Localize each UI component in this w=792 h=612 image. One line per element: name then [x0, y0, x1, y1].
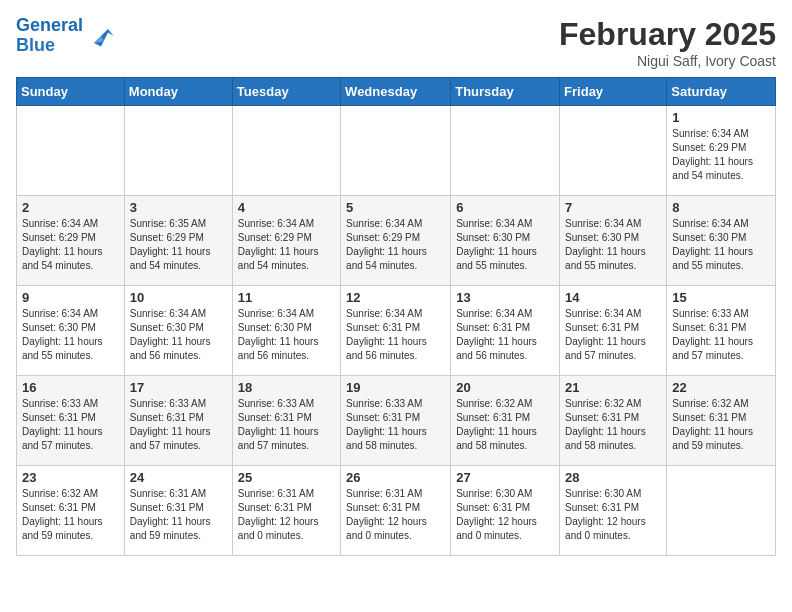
logo-text: General Blue	[16, 16, 83, 56]
calendar-cell	[341, 106, 451, 196]
calendar-cell	[124, 106, 232, 196]
day-number: 4	[238, 200, 335, 215]
day-info: Sunrise: 6:34 AM Sunset: 6:29 PM Dayligh…	[238, 217, 335, 273]
weekday-header-sunday: Sunday	[17, 78, 125, 106]
weekday-header-thursday: Thursday	[451, 78, 560, 106]
logo-icon	[87, 22, 115, 50]
calendar-cell: 1Sunrise: 6:34 AM Sunset: 6:29 PM Daylig…	[667, 106, 776, 196]
calendar-cell: 7Sunrise: 6:34 AM Sunset: 6:30 PM Daylig…	[560, 196, 667, 286]
day-number: 27	[456, 470, 554, 485]
calendar-cell: 17Sunrise: 6:33 AM Sunset: 6:31 PM Dayli…	[124, 376, 232, 466]
day-number: 21	[565, 380, 661, 395]
weekday-header-friday: Friday	[560, 78, 667, 106]
day-number: 11	[238, 290, 335, 305]
day-number: 13	[456, 290, 554, 305]
day-info: Sunrise: 6:32 AM Sunset: 6:31 PM Dayligh…	[672, 397, 770, 453]
day-info: Sunrise: 6:33 AM Sunset: 6:31 PM Dayligh…	[130, 397, 227, 453]
day-info: Sunrise: 6:33 AM Sunset: 6:31 PM Dayligh…	[672, 307, 770, 363]
calendar-cell: 4Sunrise: 6:34 AM Sunset: 6:29 PM Daylig…	[232, 196, 340, 286]
calendar-cell: 9Sunrise: 6:34 AM Sunset: 6:30 PM Daylig…	[17, 286, 125, 376]
day-number: 23	[22, 470, 119, 485]
day-info: Sunrise: 6:34 AM Sunset: 6:30 PM Dayligh…	[565, 217, 661, 273]
day-number: 9	[22, 290, 119, 305]
day-info: Sunrise: 6:31 AM Sunset: 6:31 PM Dayligh…	[346, 487, 445, 543]
day-number: 22	[672, 380, 770, 395]
calendar-cell: 21Sunrise: 6:32 AM Sunset: 6:31 PM Dayli…	[560, 376, 667, 466]
day-number: 24	[130, 470, 227, 485]
day-number: 1	[672, 110, 770, 125]
day-info: Sunrise: 6:32 AM Sunset: 6:31 PM Dayligh…	[22, 487, 119, 543]
calendar-cell: 27Sunrise: 6:30 AM Sunset: 6:31 PM Dayli…	[451, 466, 560, 556]
day-info: Sunrise: 6:34 AM Sunset: 6:30 PM Dayligh…	[672, 217, 770, 273]
week-row-4: 16Sunrise: 6:33 AM Sunset: 6:31 PM Dayli…	[17, 376, 776, 466]
day-number: 19	[346, 380, 445, 395]
day-number: 20	[456, 380, 554, 395]
day-info: Sunrise: 6:34 AM Sunset: 6:29 PM Dayligh…	[22, 217, 119, 273]
day-number: 7	[565, 200, 661, 215]
calendar-cell	[232, 106, 340, 196]
day-info: Sunrise: 6:34 AM Sunset: 6:31 PM Dayligh…	[346, 307, 445, 363]
logo: General Blue	[16, 16, 115, 56]
day-info: Sunrise: 6:30 AM Sunset: 6:31 PM Dayligh…	[456, 487, 554, 543]
day-info: Sunrise: 6:34 AM Sunset: 6:30 PM Dayligh…	[456, 217, 554, 273]
day-number: 10	[130, 290, 227, 305]
day-info: Sunrise: 6:32 AM Sunset: 6:31 PM Dayligh…	[456, 397, 554, 453]
logo-line1: General	[16, 15, 83, 35]
day-number: 25	[238, 470, 335, 485]
calendar-cell: 6Sunrise: 6:34 AM Sunset: 6:30 PM Daylig…	[451, 196, 560, 286]
day-info: Sunrise: 6:33 AM Sunset: 6:31 PM Dayligh…	[238, 397, 335, 453]
calendar-cell	[17, 106, 125, 196]
calendar-cell: 5Sunrise: 6:34 AM Sunset: 6:29 PM Daylig…	[341, 196, 451, 286]
calendar-cell: 14Sunrise: 6:34 AM Sunset: 6:31 PM Dayli…	[560, 286, 667, 376]
calendar-cell: 24Sunrise: 6:31 AM Sunset: 6:31 PM Dayli…	[124, 466, 232, 556]
calendar-cell: 18Sunrise: 6:33 AM Sunset: 6:31 PM Dayli…	[232, 376, 340, 466]
calendar-cell: 13Sunrise: 6:34 AM Sunset: 6:31 PM Dayli…	[451, 286, 560, 376]
day-info: Sunrise: 6:34 AM Sunset: 6:30 PM Dayligh…	[22, 307, 119, 363]
calendar-cell: 28Sunrise: 6:30 AM Sunset: 6:31 PM Dayli…	[560, 466, 667, 556]
logo-line2: Blue	[16, 35, 55, 55]
title-block: February 2025 Nigui Saff, Ivory Coast	[559, 16, 776, 69]
calendar-cell: 10Sunrise: 6:34 AM Sunset: 6:30 PM Dayli…	[124, 286, 232, 376]
weekday-header-row: SundayMondayTuesdayWednesdayThursdayFrid…	[17, 78, 776, 106]
day-number: 3	[130, 200, 227, 215]
week-row-3: 9Sunrise: 6:34 AM Sunset: 6:30 PM Daylig…	[17, 286, 776, 376]
day-number: 6	[456, 200, 554, 215]
calendar-cell: 19Sunrise: 6:33 AM Sunset: 6:31 PM Dayli…	[341, 376, 451, 466]
svg-marker-0	[94, 29, 114, 47]
calendar-cell	[667, 466, 776, 556]
day-info: Sunrise: 6:34 AM Sunset: 6:29 PM Dayligh…	[346, 217, 445, 273]
day-number: 15	[672, 290, 770, 305]
calendar-table: SundayMondayTuesdayWednesdayThursdayFrid…	[16, 77, 776, 556]
calendar-cell: 12Sunrise: 6:34 AM Sunset: 6:31 PM Dayli…	[341, 286, 451, 376]
week-row-5: 23Sunrise: 6:32 AM Sunset: 6:31 PM Dayli…	[17, 466, 776, 556]
day-info: Sunrise: 6:34 AM Sunset: 6:30 PM Dayligh…	[238, 307, 335, 363]
day-info: Sunrise: 6:35 AM Sunset: 6:29 PM Dayligh…	[130, 217, 227, 273]
day-number: 5	[346, 200, 445, 215]
day-info: Sunrise: 6:31 AM Sunset: 6:31 PM Dayligh…	[238, 487, 335, 543]
day-number: 18	[238, 380, 335, 395]
calendar-cell: 22Sunrise: 6:32 AM Sunset: 6:31 PM Dayli…	[667, 376, 776, 466]
calendar-cell: 8Sunrise: 6:34 AM Sunset: 6:30 PM Daylig…	[667, 196, 776, 286]
week-row-2: 2Sunrise: 6:34 AM Sunset: 6:29 PM Daylig…	[17, 196, 776, 286]
day-number: 14	[565, 290, 661, 305]
calendar-cell: 26Sunrise: 6:31 AM Sunset: 6:31 PM Dayli…	[341, 466, 451, 556]
weekday-header-wednesday: Wednesday	[341, 78, 451, 106]
day-info: Sunrise: 6:34 AM Sunset: 6:31 PM Dayligh…	[456, 307, 554, 363]
calendar-cell: 23Sunrise: 6:32 AM Sunset: 6:31 PM Dayli…	[17, 466, 125, 556]
calendar-cell: 3Sunrise: 6:35 AM Sunset: 6:29 PM Daylig…	[124, 196, 232, 286]
day-info: Sunrise: 6:31 AM Sunset: 6:31 PM Dayligh…	[130, 487, 227, 543]
calendar-cell: 20Sunrise: 6:32 AM Sunset: 6:31 PM Dayli…	[451, 376, 560, 466]
day-number: 16	[22, 380, 119, 395]
day-info: Sunrise: 6:34 AM Sunset: 6:31 PM Dayligh…	[565, 307, 661, 363]
calendar-cell	[451, 106, 560, 196]
calendar-cell: 2Sunrise: 6:34 AM Sunset: 6:29 PM Daylig…	[17, 196, 125, 286]
day-info: Sunrise: 6:32 AM Sunset: 6:31 PM Dayligh…	[565, 397, 661, 453]
page-header: General Blue February 2025 Nigui Saff, I…	[16, 16, 776, 69]
calendar-subtitle: Nigui Saff, Ivory Coast	[559, 53, 776, 69]
day-number: 2	[22, 200, 119, 215]
day-info: Sunrise: 6:30 AM Sunset: 6:31 PM Dayligh…	[565, 487, 661, 543]
weekday-header-tuesday: Tuesday	[232, 78, 340, 106]
day-info: Sunrise: 6:33 AM Sunset: 6:31 PM Dayligh…	[346, 397, 445, 453]
week-row-1: 1Sunrise: 6:34 AM Sunset: 6:29 PM Daylig…	[17, 106, 776, 196]
day-number: 28	[565, 470, 661, 485]
